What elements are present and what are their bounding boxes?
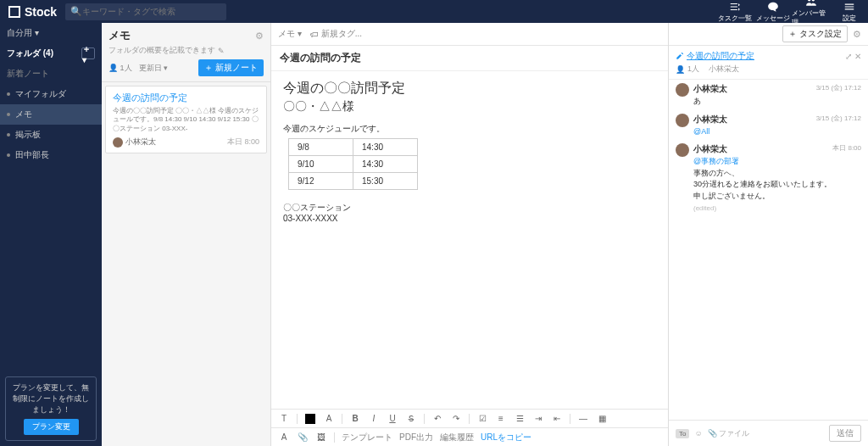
- chat-message: 小林栄太3/15 (金) 17:12@All: [676, 114, 861, 137]
- body-heading: 今週の〇〇訪問予定: [283, 80, 656, 98]
- highlight-icon[interactable]: A: [323, 413, 335, 425]
- to-badge[interactable]: To: [676, 429, 689, 438]
- avatar: [676, 83, 689, 97]
- outdent-icon[interactable]: ⇤: [551, 413, 563, 425]
- note-list-panel: メモ ⚙ フォルダの概要を記載できます✎ 👤 1人 更新日 ▾ ＋ 新規ノート …: [102, 23, 271, 446]
- underline-icon[interactable]: U: [387, 413, 398, 425]
- chat-message: 小林栄太本日 8:00@事務の部署事務の方へ、30分遅れると連絡をお願いいたしま…: [676, 143, 861, 211]
- redo-icon[interactable]: ↷: [450, 413, 462, 425]
- send-button[interactable]: 送信: [829, 425, 861, 442]
- search-icon: 🔍: [70, 6, 82, 17]
- note-card-preview: 今週の〇〇訪問予定 〇〇・△△様 今週のスケジュールです。9/8 14:30 9…: [113, 107, 259, 133]
- logo-icon: [8, 6, 20, 18]
- emoji-icon[interactable]: ☺: [694, 429, 702, 438]
- folder-header[interactable]: フォルダ (4) ＋▾: [0, 43, 102, 64]
- note-card-title: 今週の訪問の予定: [113, 92, 259, 104]
- undo-icon[interactable]: ↶: [431, 413, 443, 425]
- note-card-date: 本日 8:00: [227, 137, 259, 148]
- chat-input-bar: To ☺ 📎 ファイル 送信: [669, 420, 868, 446]
- chat-title[interactable]: 今週の訪問の予定: [676, 50, 754, 62]
- note-card[interactable]: 今週の訪問の予定 今週の〇〇訪問予定 〇〇・△△様 今週のスケジュールです。9/…: [105, 86, 267, 153]
- chat-message: 小林栄太3/15 (金) 17:12あ: [676, 83, 861, 107]
- table-icon[interactable]: ▦: [596, 413, 608, 425]
- station-text: 〇〇ステーション: [283, 202, 656, 214]
- template-link[interactable]: テンプレート: [342, 432, 392, 443]
- format-toolbar: T A B I U S̶ ↶ ↷ ☑ ≡ ☰ ⇥ ⇤ — ▦: [271, 409, 668, 427]
- chat-subtitle: 👤 1人 小林栄太: [676, 64, 861, 75]
- plan-text: プランを変更して、無制限にノートを作成しましょう！: [11, 382, 91, 415]
- indent-icon[interactable]: ⇥: [532, 413, 544, 425]
- search-box[interactable]: 🔍: [65, 3, 226, 20]
- number-list-icon[interactable]: ☰: [514, 413, 526, 425]
- chat-panel: ＋ タスク設定 ⚙ 今週の訪問の予定 ⤢ ✕ 👤 1人 小林栄太 小林栄太3/1…: [669, 23, 868, 446]
- folder-desc[interactable]: フォルダの概要を記載できます✎: [108, 45, 264, 56]
- pdf-link[interactable]: PDF出力: [399, 432, 433, 443]
- note-gear-icon[interactable]: ⚙: [853, 29, 861, 40]
- attach-icon[interactable]: 📎 ファイル: [708, 428, 750, 439]
- plan-change-button[interactable]: プラン変更: [24, 419, 79, 435]
- edit-icon: [676, 52, 684, 60]
- strike-icon[interactable]: S̶: [405, 413, 417, 425]
- recent-notes[interactable]: 新着ノート: [0, 64, 102, 84]
- font-size-icon[interactable]: A: [278, 432, 290, 443]
- phone-text: 03-XXX-XXXX: [283, 214, 656, 223]
- note-body[interactable]: 今週の〇〇訪問予定 〇〇・△△様 今週のスケジュールです。 9/814:309/…: [271, 71, 668, 409]
- sidebar: 自分用 ▾ フォルダ (4) ＋▾ 新着ノート マイフォルダメモ掲示板田中部長 …: [0, 23, 102, 446]
- add-folder-button[interactable]: ＋▾: [81, 47, 95, 59]
- checklist-icon[interactable]: ☑: [476, 413, 488, 425]
- note-card-author: 小林栄太: [113, 137, 156, 148]
- body-subheading: 〇〇・△△様: [283, 99, 656, 114]
- app-name: Stock: [25, 5, 57, 19]
- avatar: [676, 143, 689, 157]
- sidebar-item[interactable]: マイフォルダ: [0, 84, 102, 104]
- table-cell: 14:30: [353, 139, 418, 156]
- hr-icon[interactable]: —: [577, 413, 589, 425]
- editor-footer: A 📎 🖼 テンプレート PDF出力 編集履歴 URLをコピー: [271, 427, 668, 446]
- table-cell: 9/8: [289, 139, 353, 156]
- folder-title: メモ: [108, 28, 131, 43]
- self-selector[interactable]: 自分用 ▾: [0, 23, 102, 43]
- italic-icon[interactable]: I: [368, 413, 380, 425]
- task-set-button[interactable]: ＋ タスク設定: [782, 25, 848, 42]
- table-cell: 9/12: [289, 173, 353, 190]
- sidebar-item[interactable]: メモ: [0, 104, 102, 125]
- note-title[interactable]: 今週の訪問の予定: [271, 46, 668, 71]
- sort-selector[interactable]: 更新日 ▾: [139, 63, 169, 74]
- plan-upgrade-box: プランを変更して、無制限にノートを作成しましょう！ プラン変更: [5, 376, 97, 441]
- avatar: [676, 114, 689, 127]
- table-cell: 9/10: [289, 156, 353, 173]
- people-count[interactable]: 👤 1人: [108, 63, 132, 74]
- expand-icon[interactable]: ⤢: [845, 52, 852, 61]
- attachment-icon[interactable]: 📎: [297, 432, 309, 443]
- avatar: [113, 137, 123, 148]
- history-link[interactable]: 編集履歴: [440, 432, 474, 443]
- sidebar-item[interactable]: 田中部長: [0, 145, 102, 165]
- tag-input[interactable]: 🏷 新規タグ...: [310, 28, 362, 40]
- schedule-table: 9/814:309/1014:309/1215:30: [288, 138, 418, 190]
- breadcrumb-tab[interactable]: メモ ▾: [278, 28, 302, 40]
- edit-icon[interactable]: ✎: [218, 47, 225, 55]
- bullet-list-icon[interactable]: ≡: [495, 413, 507, 425]
- body-label: 今週のスケジュールです。: [283, 123, 656, 135]
- app-logo[interactable]: Stock: [0, 5, 65, 19]
- topbar: Stock 🔍 タスク一覧 メッセージ メンバー管理 設定: [0, 0, 868, 23]
- copy-url-link[interactable]: URLをコピー: [481, 432, 531, 443]
- text-tool-icon[interactable]: T: [278, 413, 290, 425]
- color-swatch[interactable]: [304, 413, 316, 425]
- table-cell: 15:30: [353, 173, 418, 190]
- sidebar-item[interactable]: 掲示板: [0, 125, 102, 145]
- search-input[interactable]: [82, 7, 221, 16]
- editor-panel: メモ ▾ 🏷 新規タグ... 今週の訪問の予定 今週の〇〇訪問予定 〇〇・△△様…: [271, 23, 669, 446]
- image-icon[interactable]: 🖼: [315, 432, 327, 443]
- bold-icon[interactable]: B: [349, 413, 361, 425]
- new-note-button[interactable]: ＋ 新規ノート: [198, 59, 264, 76]
- folder-gear-icon[interactable]: ⚙: [255, 31, 264, 42]
- close-icon[interactable]: ✕: [854, 52, 861, 61]
- table-cell: 14:30: [353, 156, 418, 173]
